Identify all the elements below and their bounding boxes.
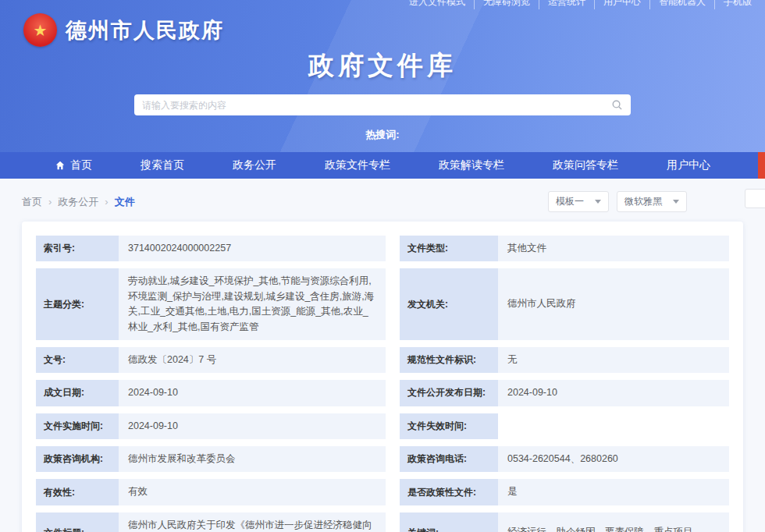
font-select-value: 微软雅黑: [624, 195, 662, 208]
home-icon: [55, 160, 66, 171]
field-value: [498, 413, 729, 439]
field-value: 德州市人民政府关于印发《德州市进一步促进经济稳健向好、进中提质若干政策措施》的通…: [119, 512, 386, 532]
breadcrumb-row: 首页 政务公开 文件 模板一 微软雅黑: [0, 179, 765, 222]
field-value: 其他文件: [498, 236, 729, 261]
field-label: 主题分类:: [36, 268, 119, 340]
nav-item-policy-qa[interactable]: 政策问答专栏: [528, 152, 642, 179]
field-label: 索引号:: [36, 236, 119, 261]
field-label: 文件类型:: [400, 236, 498, 261]
field-label: 政策咨询机构:: [36, 446, 119, 472]
site-brand[interactable]: ★ 德州市人民政府: [23, 13, 224, 47]
nav-item-label: 政策问答专栏: [553, 158, 618, 172]
field-value: 有效: [119, 479, 386, 505]
field-value: 劳动就业,城乡建设_环境保护_其他,节能与资源综合利用,环境监测_保护与治理,建…: [119, 268, 386, 340]
nav-item-label: 政务公开: [233, 158, 276, 172]
nav-item-label: 用户中心: [667, 158, 710, 172]
field-label: 规范性文件标识:: [400, 347, 498, 373]
field-value: 德州市人民政府: [498, 268, 729, 340]
field-value: 是: [498, 479, 729, 505]
field-label: 成文日期:: [36, 380, 119, 406]
breadcrumb-home[interactable]: 首页: [22, 195, 58, 209]
document-detail-card: 索引号: 3714002024000002257 文件类型: 其他文件 主题分类…: [22, 222, 743, 532]
detail-row: 主题分类: 劳动就业,城乡建设_环境保护_其他,节能与资源综合利用,环境监测_保…: [36, 268, 729, 340]
field-label: 文件实施时间:: [36, 413, 119, 439]
detail-row: 索引号: 3714002024000002257 文件类型: 其他文件: [36, 236, 729, 261]
breadcrumb-current: 文件: [115, 195, 135, 209]
field-label: 是否政策性文件:: [400, 479, 498, 505]
search-icon[interactable]: [611, 99, 623, 111]
utility-nav: 进入文件模式 无障碍浏览 运营统计 用户中心 智能机器人 手机版: [400, 0, 760, 9]
search-bar: [134, 94, 631, 115]
field-value: 3714002024000002257: [119, 236, 386, 261]
field-label: 文号:: [36, 347, 119, 373]
nav-item-label: 搜索首页: [141, 158, 184, 172]
hero-header: 进入文件模式 无障碍浏览 运营统计 用户中心 智能机器人 手机版 ★ 德州市人民…: [0, 0, 765, 152]
detail-row: 文号: 德政发〔2024〕7 号 规范性文件标识: 无: [36, 347, 729, 373]
side-widget-tab[interactable]: [758, 152, 765, 179]
detail-row: 文件实施时间: 2024-09-10 文件失效时间:: [36, 413, 729, 439]
page-title: 政府文件库: [0, 48, 765, 83]
clipped-select[interactable]: [745, 189, 765, 208]
main-nav: 首页 搜索首页 政务公开 政策文件专栏 政策解读专栏 政策问答专栏 用户中心: [0, 152, 765, 179]
template-select-value: 模板一: [556, 195, 584, 208]
national-emblem-icon: ★: [23, 13, 57, 47]
topbar-item-accessibility[interactable]: 无障碍浏览: [474, 0, 539, 9]
field-value: 无: [498, 347, 729, 373]
topbar-item-user-center[interactable]: 用户中心: [594, 0, 649, 9]
detail-row: 政策咨询机构: 德州市发展和改革委员会 政策咨询电话: 0534-2620544…: [36, 446, 729, 472]
field-value: 2024-09-10: [498, 380, 729, 406]
hot-words-label: 热搜词:: [0, 128, 765, 142]
topbar-item-statistics[interactable]: 运营统计: [539, 0, 594, 9]
topbar-item-robot[interactable]: 智能机器人: [649, 0, 714, 9]
chevron-down-icon: [673, 200, 679, 204]
field-label: 文件公开发布日期:: [400, 380, 498, 406]
nav-item-policy-interpret[interactable]: 政策解读专栏: [415, 152, 528, 179]
field-value: 经济运行、助企纾困、要素保障、重点项目: [498, 512, 729, 532]
nav-item-label: 政策文件专栏: [325, 158, 390, 172]
nav-item-search-home[interactable]: 搜索首页: [116, 152, 208, 179]
nav-item-label: 政策解读专栏: [439, 158, 504, 172]
nav-item-label: 首页: [70, 158, 92, 172]
field-value: 德政发〔2024〕7 号: [119, 347, 386, 373]
template-select[interactable]: 模板一: [548, 191, 609, 212]
detail-row: 成文日期: 2024-09-10 文件公开发布日期: 2024-09-10: [36, 380, 729, 406]
nav-item-user-center[interactable]: 用户中心: [642, 152, 735, 179]
field-value: 德州市发展和改革委员会: [119, 446, 386, 472]
field-value: 0534-2620544、2680260: [498, 446, 729, 472]
detail-row: 有效性: 有效 是否政策性文件: 是: [36, 479, 729, 505]
nav-item-policy-files[interactable]: 政策文件专栏: [301, 152, 415, 179]
field-label: 发文机关:: [400, 268, 498, 340]
nav-item-gov-disclosure[interactable]: 政务公开: [208, 152, 301, 179]
detail-row: 文件标题: 德州市人民政府关于印发《德州市进一步促进经济稳健向好、进中提质若干政…: [36, 512, 729, 532]
nav-item-home[interactable]: 首页: [30, 152, 116, 179]
breadcrumb: 首页 政务公开 文件: [22, 195, 135, 209]
topbar-item-mobile[interactable]: 手机版: [714, 0, 760, 9]
font-select[interactable]: 微软雅黑: [617, 191, 687, 212]
field-value: 2024-09-10: [119, 380, 386, 406]
search-input[interactable]: [142, 100, 611, 111]
site-name: 德州市人民政府: [66, 16, 224, 44]
field-label: 文件失效时间:: [400, 413, 498, 439]
topbar-item-file-mode[interactable]: 进入文件模式: [400, 0, 474, 9]
field-label: 政策咨询电话:: [400, 446, 498, 472]
breadcrumb-disclosure[interactable]: 政务公开: [58, 195, 114, 209]
display-toolbar: 模板一 微软雅黑: [548, 191, 687, 212]
field-label: 文件标题:: [36, 512, 119, 532]
field-label: 关键词:: [400, 512, 498, 532]
field-label: 有效性:: [36, 479, 119, 505]
field-value: 2024-09-10: [119, 413, 386, 439]
chevron-down-icon: [595, 200, 601, 204]
